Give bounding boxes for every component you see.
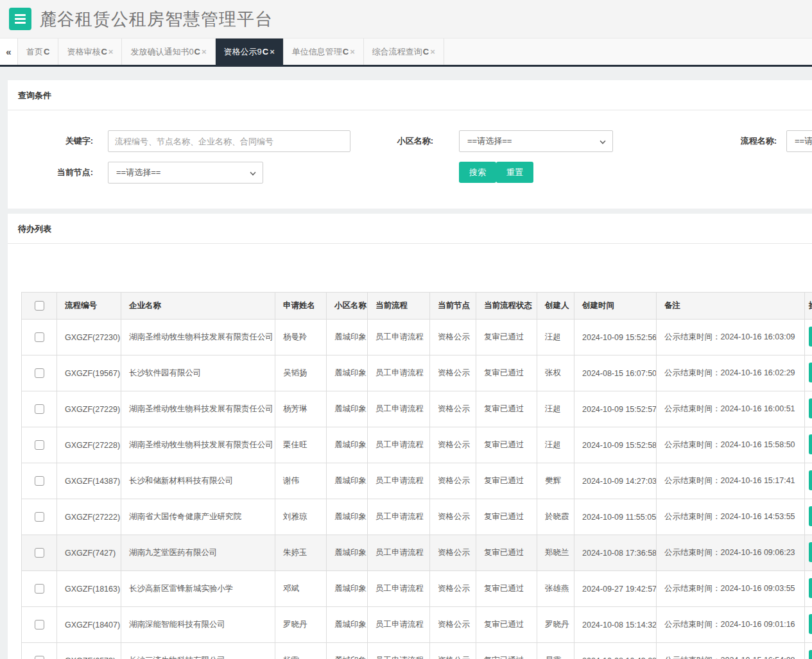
close-icon[interactable]: ×: [430, 47, 435, 56]
row-checkbox-cell: [22, 391, 57, 427]
cell-remark: 公示结束时间：2024-10-16 15:17:41: [657, 463, 805, 499]
close-icon[interactable]: ×: [202, 47, 207, 56]
refresh-icon[interactable]: C: [343, 47, 349, 56]
community-label: 小区名称:: [350, 130, 433, 152]
row-checkbox[interactable]: [35, 332, 44, 342]
tab-item-5[interactable]: 综合流程查询C×: [364, 39, 444, 65]
table-row: GXGZF(19567)长沙软件园有限公司吴韬扬麓城印象员工申请流程资格公示复审…: [22, 355, 812, 391]
cell-current-node: 资格公示: [430, 643, 476, 659]
tab-item-4[interactable]: 单位信息管理C×: [284, 39, 364, 65]
row-checkbox[interactable]: [35, 440, 44, 450]
row-checkbox[interactable]: [35, 404, 44, 414]
cell-process-no: GXGZF(14387): [57, 463, 121, 499]
cell-process-no: GXGZF(27230): [57, 320, 121, 355]
cell-actions: [805, 463, 812, 499]
tab-list: 首页C资格审核C×发放确认通知书0C×资格公示9C×单位信息管理C×综合流程查询…: [18, 39, 444, 65]
row-action-button[interactable]: [809, 578, 812, 598]
row-checkbox-cell: [22, 355, 57, 391]
cell-community: 麓城印象: [327, 499, 368, 535]
row-action-button[interactable]: [809, 614, 812, 634]
node-select[interactable]: ==请选择==: [108, 162, 263, 184]
table-body: GXGZF(27230)湖南圣维动牧生物科技发展有限责任公司杨曼羚麓城印象员工申…: [22, 320, 812, 659]
cell-actions: [805, 427, 812, 463]
close-icon[interactable]: ×: [270, 47, 275, 56]
row-action-button[interactable]: [809, 506, 812, 526]
tab-label: 单位信息管理: [292, 46, 342, 58]
row-action-button[interactable]: [809, 398, 812, 418]
cell-process-status: 复审已通过: [476, 463, 537, 499]
process-select[interactable]: ==请选择==: [786, 130, 812, 152]
todo-table-container: 流程编号企业名称申请姓名小区名称当前流程当前节点当前流程状态创建人创建时间备注操…: [21, 292, 812, 659]
cell-applicant: 栗佳旺: [275, 427, 327, 463]
select-all-cell: [22, 293, 57, 320]
column-header-current-process: 当前流程: [368, 293, 430, 320]
row-checkbox[interactable]: [35, 476, 44, 486]
row-checkbox[interactable]: [35, 368, 44, 378]
tab-item-3[interactable]: 资格公示9C×: [216, 39, 284, 65]
cell-creator: 易露: [537, 643, 574, 659]
menu-toggle-button[interactable]: [9, 8, 31, 30]
cell-process-no: GXGZF(27228): [57, 427, 121, 463]
cell-creator: 张权: [537, 355, 574, 391]
cell-created-time: 2024-10-09 14:27:03: [574, 463, 657, 499]
refresh-icon[interactable]: C: [44, 47, 49, 56]
row-action-button[interactable]: [809, 542, 812, 562]
table-row: GXGZF(6573)长沙三济生物科技有限公司杨雷麓城印象员工申请流程资格公示复…: [22, 643, 812, 659]
cell-process-status: 复审已通过: [476, 427, 537, 463]
process-select-value: ==请选择==: [795, 135, 812, 147]
close-icon[interactable]: ×: [350, 47, 355, 56]
row-checkbox[interactable]: [35, 548, 44, 558]
tab-item-0[interactable]: 首页C: [18, 39, 58, 65]
cell-applicant: 吴韬扬: [275, 355, 327, 391]
cell-current-node: 资格公示: [430, 607, 476, 643]
row-action-button[interactable]: [809, 327, 812, 347]
row-checkbox[interactable]: [35, 512, 44, 522]
cell-creator: 於晓霞: [537, 499, 574, 535]
select-all-checkbox[interactable]: [35, 301, 44, 311]
column-header-creator: 创建人: [537, 293, 574, 320]
cell-current-node: 资格公示: [430, 355, 476, 391]
cell-process-status: 复审已通过: [476, 320, 537, 355]
table-row: GXGZF(27229)湖南圣维动牧生物科技发展有限责任公司杨芳琳麓城印象员工申…: [22, 391, 812, 427]
refresh-icon[interactable]: C: [263, 47, 268, 56]
row-action-button[interactable]: [809, 650, 812, 659]
collapse-tabs-button[interactable]: «: [0, 39, 18, 65]
refresh-icon[interactable]: C: [194, 47, 200, 56]
row-checkbox[interactable]: [35, 620, 44, 629]
cell-creator: 汪超: [537, 391, 574, 427]
cell-process-no: GXGZF(7427): [57, 535, 121, 571]
cell-community: 麓城印象: [327, 320, 368, 355]
cell-remark: 公示结束时间：2024-10-16 09:06:23: [657, 535, 805, 571]
reset-button[interactable]: 重置: [496, 162, 533, 183]
close-icon[interactable]: ×: [108, 47, 114, 56]
keyword-input[interactable]: [108, 130, 350, 152]
cell-current-process: 员工申请流程: [368, 571, 430, 607]
row-checkbox-cell: [22, 320, 57, 355]
cell-created-time: 2024-10-09 15:52:56: [574, 320, 657, 355]
cell-community: 麓城印象: [327, 535, 368, 571]
todo-panel: 待办列表 流程编号企业名称申请姓名小区名称当前流程当前节点当前流程状态创建人创建…: [8, 214, 812, 659]
table-row: GXGZF(14387)长沙和储新材料科技有限公司谢伟麓城印象员工申请流程资格公…: [22, 463, 812, 499]
community-select[interactable]: ==请选择==: [459, 130, 613, 152]
cell-company: 湖南深能智能科技有限公司: [121, 607, 275, 643]
cell-process-no: GXGZF(18407): [57, 607, 121, 643]
cell-current-node: 资格公示: [430, 463, 476, 499]
row-action-button[interactable]: [809, 470, 812, 490]
row-action-button[interactable]: [809, 434, 812, 454]
cell-current-node: 资格公示: [430, 320, 476, 355]
cell-current-process: 员工申请流程: [368, 535, 430, 571]
refresh-icon[interactable]: C: [101, 47, 107, 56]
cell-process-status: 复审已通过: [476, 535, 537, 571]
refresh-icon[interactable]: C: [423, 47, 429, 56]
row-checkbox-cell: [22, 427, 57, 463]
tab-item-2[interactable]: 发放确认通知书0C×: [122, 39, 215, 65]
row-checkbox[interactable]: [35, 584, 44, 594]
cell-current-node: 资格公示: [430, 391, 476, 427]
search-button[interactable]: 搜索: [459, 162, 496, 183]
cell-process-status: 复审已通过: [476, 391, 537, 427]
row-checkbox[interactable]: [35, 656, 44, 659]
cell-remark: 公示结束时间：2024-10-16 16:03:09: [657, 320, 805, 355]
row-action-button[interactable]: [809, 363, 812, 382]
tab-item-1[interactable]: 资格审核C×: [58, 39, 122, 65]
row-checkbox-cell: [22, 643, 57, 659]
